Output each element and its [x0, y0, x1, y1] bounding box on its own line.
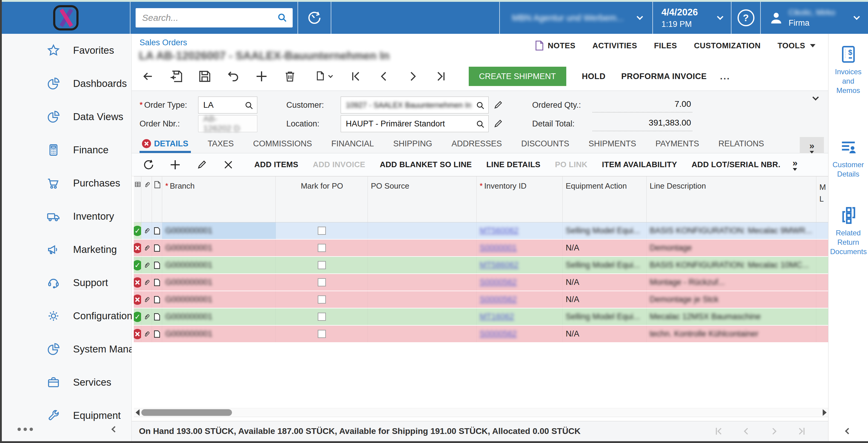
tab-relations[interactable]: RELATIONS [718, 134, 764, 153]
sidebar-item-marketing[interactable]: Marketing [2, 233, 131, 266]
attachment-icon[interactable] [141, 240, 152, 256]
branch-cell[interactable]: G000000001 [162, 274, 276, 291]
branch-cell[interactable]: G000000001 [162, 223, 276, 239]
add-items-button[interactable]: ADD ITEMS [254, 160, 299, 169]
collapse-side-panel-icon[interactable] [845, 428, 851, 434]
more-options-icon[interactable] [18, 428, 33, 431]
first-page-icon[interactable] [713, 426, 724, 436]
order-nbr-field[interactable]: AB-126202 D [198, 115, 257, 132]
save-button[interactable] [196, 68, 213, 85]
mark-for-po-cell[interactable] [276, 274, 368, 291]
line-description-cell[interactable]: Montage - Rückzuf... [647, 274, 816, 291]
line-description-cell[interactable]: Mecalac 12MSX Baumaschine [647, 308, 816, 325]
scrollbar-thumb[interactable] [141, 409, 232, 416]
attachment-icon[interactable] [141, 257, 152, 273]
tab-addresses[interactable]: ADDRESSES [452, 134, 502, 153]
app-logo[interactable] [2, 2, 130, 34]
copy-paste-button[interactable] [310, 68, 336, 85]
sidebar-item-data-views[interactable]: Data Views [2, 100, 131, 133]
checkbox[interactable] [318, 313, 326, 321]
column-header-branch[interactable]: Branch [162, 176, 276, 222]
line-description-cell[interactable]: BASIS KONFIGURATION: Mecalac 9MWR... [647, 223, 816, 239]
insert-button[interactable] [253, 68, 270, 85]
order-type-field[interactable]: LA [198, 97, 257, 113]
note-icon[interactable] [152, 308, 162, 325]
po-link-button[interactable]: PO LINK [555, 160, 588, 169]
attachment-icon[interactable] [141, 223, 152, 239]
user-menu[interactable]: Cikolic, Mirko Firma [761, 2, 868, 34]
po-source-cell[interactable] [368, 308, 476, 325]
previous-record-button[interactable] [376, 68, 393, 85]
row-settings-icon[interactable] [134, 176, 141, 222]
equipment-action-cell[interactable]: N/A [563, 326, 647, 342]
search-icon[interactable] [277, 12, 288, 23]
tab-taxes[interactable]: TAXES [208, 134, 234, 153]
sidebar-item-purchases[interactable]: Purchases [2, 167, 131, 200]
sidebar-item-finance[interactable]: Finance [2, 133, 131, 167]
inventory-id-cell[interactable]: S0000562 [476, 326, 563, 342]
edit-customer-icon[interactable] [493, 100, 503, 110]
inventory-id-cell[interactable]: S0000001 [476, 240, 563, 256]
column-header-mark-for-po[interactable]: Mark for PO [276, 176, 368, 222]
mark-for-po-cell[interactable] [276, 240, 368, 256]
tools-button[interactable]: TOOLS [777, 41, 815, 50]
side-panel-customer-details[interactable]: CustomerDetails [830, 138, 867, 179]
previous-page-icon[interactable] [741, 426, 751, 436]
attachment-icon[interactable] [141, 326, 152, 342]
company-selector[interactable]: MBN Agentur und Werbem... [500, 2, 652, 34]
location-field[interactable]: HAUPT - Primärer Standort [341, 115, 489, 132]
breadcrumb[interactable]: Sales Orders [140, 38, 187, 47]
po-source-cell[interactable] [368, 291, 476, 308]
sidebar-item-inventory[interactable]: Inventory [2, 200, 131, 233]
scroll-right-icon[interactable] [823, 409, 827, 416]
inventory-id-cell[interactable]: MT560062 [476, 223, 563, 239]
table-row[interactable]: G000000001 MT16062 Selling Model Equi...… [134, 308, 829, 326]
delete-row-icon[interactable] [220, 157, 236, 173]
tab-commissions[interactable]: COMMISSIONS [253, 134, 312, 153]
grid-overflow-button[interactable]: » [793, 159, 798, 171]
refresh-icon[interactable] [141, 157, 156, 173]
equipment-action-cell[interactable]: Selling Model Equi... [563, 308, 647, 325]
po-source-cell[interactable] [368, 274, 476, 291]
business-date-button[interactable] [298, 2, 331, 34]
add-invoice-button[interactable]: ADD INVOICE [313, 160, 366, 169]
line-description-cell[interactable]: Demontage [647, 240, 816, 256]
column-header-equipment-action[interactable]: Equipment Action [563, 176, 647, 222]
scroll-left-icon[interactable] [135, 409, 140, 416]
lookup-icon[interactable] [244, 101, 254, 110]
delete-button[interactable] [281, 68, 299, 85]
hold-button[interactable]: HOLD [574, 67, 614, 86]
edit-row-icon[interactable] [194, 157, 210, 173]
column-header-line-description[interactable]: Line Description [647, 176, 816, 222]
equipment-action-cell[interactable]: N/A [563, 240, 647, 256]
table-row[interactable]: G000000001 MT586062 Selling Model Equi..… [134, 257, 829, 274]
branch-cell[interactable]: G000000001 [162, 257, 276, 273]
table-row[interactable]: G000000001 S0000562 N/A techn. Kontrolle… [134, 326, 829, 343]
line-description-cell[interactable]: Demontage je Stck [647, 291, 816, 308]
edit-location-icon[interactable] [493, 118, 503, 129]
tab-shipping[interactable]: SHIPPING [393, 134, 432, 153]
inventory-id-cell[interactable]: S0000562 [476, 274, 563, 291]
sidebar-item-services[interactable]: Services [2, 366, 131, 399]
mark-for-po-cell[interactable] [276, 257, 368, 273]
mark-for-po-cell[interactable] [276, 326, 368, 342]
column-header-po-source[interactable]: PO Source [368, 176, 476, 222]
note-icon[interactable] [152, 291, 162, 308]
attachment-column-icon[interactable] [141, 176, 152, 222]
table-row[interactable]: G000000001 S0000001 N/A Demontage [134, 240, 829, 257]
mark-for-po-cell[interactable] [276, 291, 368, 308]
column-header-inventory-id[interactable]: Inventory ID [476, 176, 563, 222]
files-button[interactable]: FILES [654, 41, 677, 50]
customization-button[interactable]: CUSTOMIZATION [694, 41, 761, 50]
checkbox[interactable] [318, 330, 326, 338]
note-icon[interactable] [152, 326, 162, 342]
mark-for-po-cell[interactable] [276, 223, 368, 239]
branch-cell[interactable]: G000000001 [162, 291, 276, 308]
note-icon[interactable] [152, 240, 162, 256]
inventory-id-cell[interactable]: MT16062 [476, 308, 563, 325]
checkbox[interactable] [318, 227, 326, 235]
tab-details[interactable]: DETAILS [142, 134, 188, 153]
table-row[interactable]: G000000001 S0000562 N/A Montage - Rückzu… [134, 274, 829, 291]
last-record-button[interactable] [433, 68, 450, 85]
sidebar-item-dashboards[interactable]: Dashboards [2, 67, 131, 100]
